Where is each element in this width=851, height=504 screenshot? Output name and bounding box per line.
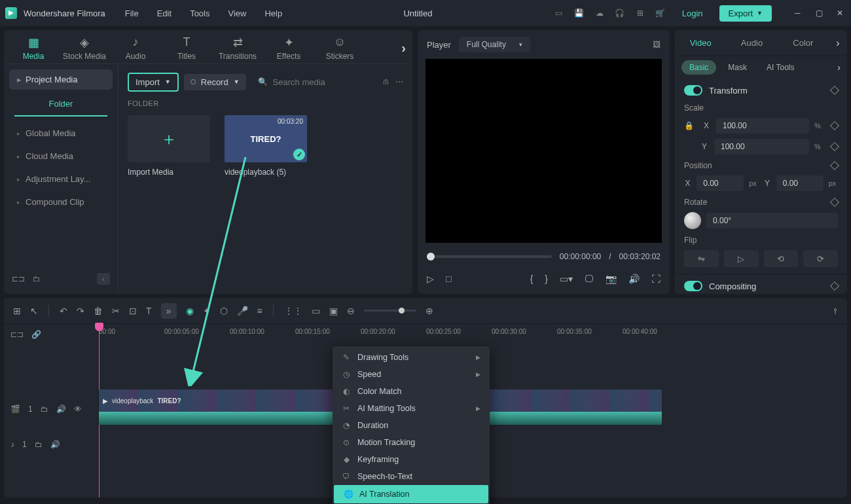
more-dots-icon[interactable]: ⋯: [395, 77, 403, 86]
collapse-icon[interactable]: ⊏⊐: [10, 330, 24, 339]
timeline-ruler[interactable]: 00:00 00:00:05:00 00:00:10:00 00:00:15:0…: [99, 324, 847, 345]
snapshot-icon[interactable]: 🖼: [653, 40, 661, 49]
picture-icon[interactable]: ▣: [329, 306, 338, 316]
keyframe-diamond-icon[interactable]: [830, 198, 839, 207]
camera-icon[interactable]: 📷: [606, 274, 617, 284]
menu-help[interactable]: Help: [264, 9, 282, 18]
volume-track-icon[interactable]: 🔊: [50, 440, 60, 449]
ctx-ai-matting[interactable]: ✂AI Matting Tools▶: [333, 400, 490, 417]
tab-titles[interactable]: TTitles: [164, 36, 209, 61]
subtabs-more-icon[interactable]: ›: [837, 62, 841, 73]
record-button[interactable]: Record▼: [184, 74, 246, 90]
apps-icon[interactable]: ⊞: [635, 8, 645, 18]
grid-icon[interactable]: ⊞: [13, 306, 21, 316]
ctx-motion-tracking[interactable]: ⊙Motion Tracking: [333, 434, 490, 451]
tab-media[interactable]: ▦Media: [10, 36, 56, 61]
project-media-header[interactable]: ▸ Project Media: [9, 69, 113, 90]
keyframe-diamond-icon[interactable]: [830, 86, 839, 95]
screen-icon[interactable]: ▭: [554, 8, 564, 18]
cart-icon[interactable]: 🛒: [655, 8, 666, 18]
marker-icon[interactable]: ⬡: [220, 306, 228, 316]
ai-icon[interactable]: ◉: [186, 306, 194, 316]
volume-track-icon[interactable]: 🔊: [56, 405, 66, 414]
tab-stock-media[interactable]: ◈Stock Media: [62, 36, 107, 61]
menu-edit[interactable]: Edit: [157, 9, 172, 18]
ctx-drawing-tools[interactable]: ✎Drawing Tools▶: [333, 349, 490, 366]
keyframe-diamond-icon[interactable]: [830, 161, 839, 170]
tab-stickers[interactable]: ☺Stickers: [317, 36, 363, 61]
headphones-icon[interactable]: 🎧: [615, 8, 625, 18]
rtab-video[interactable]: Video: [675, 30, 726, 56]
sidebar-item-global-media[interactable]: Global Media: [9, 122, 113, 145]
ctx-duration[interactable]: ◔Duration: [333, 417, 490, 434]
ctx-keyframing[interactable]: ◆Keyframing: [333, 451, 490, 468]
scale-y-input[interactable]: 100.00: [714, 139, 809, 154]
volume-icon[interactable]: 🔊: [628, 274, 640, 284]
mixer-icon[interactable]: ≡: [257, 306, 263, 316]
audio-track-header[interactable]: ♪1 🗀 🔊: [4, 429, 98, 460]
folder-track-icon[interactable]: 🗀: [41, 405, 48, 414]
rotate-input[interactable]: 0.00°: [706, 213, 838, 228]
link-icon[interactable]: 🔗: [31, 330, 41, 339]
media-thumbnail[interactable]: 00:03:20 TIRED? ✓: [225, 115, 307, 162]
redo-icon[interactable]: ↷: [77, 306, 84, 316]
export-button[interactable]: Export▼: [719, 5, 772, 22]
search-input[interactable]: [273, 77, 352, 87]
rtab-color[interactable]: Color: [778, 30, 829, 56]
subtab-mask[interactable]: Mask: [720, 60, 755, 75]
menu-file[interactable]: File: [125, 9, 139, 18]
expand-menu-icon[interactable]: »: [161, 303, 177, 319]
subtab-ai-tools[interactable]: AI Tools: [759, 60, 802, 75]
ctx-speech-to-text[interactable]: 🗩Speech-to-Text: [333, 468, 490, 485]
rotate-cw-button[interactable]: ⟳: [803, 250, 838, 267]
collapse-sidebar-icon[interactable]: ‹: [97, 273, 110, 285]
save-icon[interactable]: 💾: [574, 8, 585, 18]
sync-icon[interactable]: ⋮⋮: [284, 306, 302, 316]
cursor-icon[interactable]: ↖: [30, 306, 38, 316]
filter-icon[interactable]: ⫙: [382, 77, 390, 86]
playback-scrubber[interactable]: [427, 255, 552, 258]
compositing-toggle[interactable]: [684, 281, 702, 291]
cloud-icon[interactable]: ☁: [594, 8, 605, 18]
rotate-ccw-button[interactable]: ⟲: [764, 250, 799, 267]
sidebar-item-compound-clip[interactable]: Compound Clip: [9, 190, 113, 213]
cut-icon[interactable]: ✂: [112, 306, 120, 316]
close-icon[interactable]: ✕: [837, 9, 846, 18]
scale-x-input[interactable]: 100.00: [716, 118, 809, 134]
ctx-color-match[interactable]: ◐Color Match: [333, 383, 490, 400]
ctx-ai-translation[interactable]: 🌐AI Translation: [334, 485, 488, 503]
position-x-input[interactable]: 0.00: [697, 175, 744, 191]
minimize-icon[interactable]: ─: [795, 9, 804, 18]
preview-screen[interactable]: [426, 59, 662, 243]
tab-transitions[interactable]: ⇄Transitions: [215, 36, 261, 61]
sparkle-icon[interactable]: ✦: [203, 306, 211, 316]
sidebar-item-cloud-media[interactable]: Cloud Media: [9, 145, 113, 168]
timeline-settings-icon[interactable]: ⫯: [833, 306, 838, 316]
maximize-icon[interactable]: ▢: [816, 9, 825, 18]
display-icon[interactable]: 🖵: [585, 274, 594, 284]
folder-track-icon[interactable]: 🗀: [35, 440, 43, 449]
play-icon[interactable]: ▷: [427, 274, 434, 284]
mark-in-icon[interactable]: {: [530, 274, 534, 284]
subtab-basic[interactable]: Basic: [681, 60, 716, 75]
menu-tools[interactable]: Tools: [190, 9, 209, 18]
lock-icon[interactable]: 🔒: [684, 121, 694, 130]
voice-icon[interactable]: 🎤: [237, 306, 248, 316]
rotate-dial[interactable]: [684, 212, 701, 229]
crop-icon[interactable]: ⊡: [129, 306, 137, 316]
ctx-speed[interactable]: ◷Speed▶: [333, 366, 490, 383]
menu-view[interactable]: View: [228, 9, 246, 18]
keyframe-diamond-icon[interactable]: [830, 281, 839, 291]
tabs-more-icon[interactable]: ›: [401, 41, 406, 56]
tab-audio[interactable]: ♪Audio: [113, 36, 158, 61]
zoom-slider[interactable]: [364, 310, 416, 312]
folder-open-icon[interactable]: 🗀: [33, 274, 41, 283]
keyframe-diamond-icon[interactable]: [830, 142, 839, 151]
flip-vertical-button[interactable]: ▷: [724, 250, 759, 267]
record-screen-icon[interactable]: ▭: [312, 306, 320, 316]
zoom-out-icon[interactable]: ⊖: [347, 306, 355, 316]
flip-horizontal-button[interactable]: ⇋: [684, 250, 719, 267]
folder-tab[interactable]: Folder: [14, 92, 107, 117]
eye-icon[interactable]: 👁: [74, 405, 82, 414]
import-media-tile[interactable]: ＋: [128, 115, 210, 162]
